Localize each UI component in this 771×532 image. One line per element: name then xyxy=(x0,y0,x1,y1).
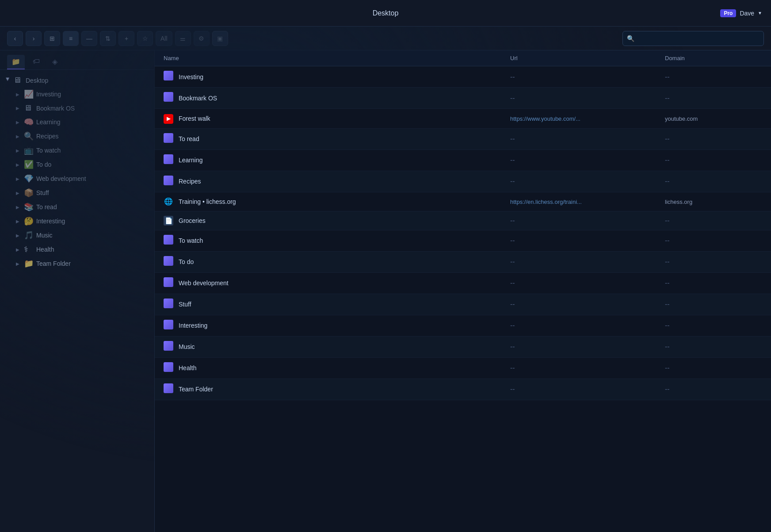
back-button[interactable]: ‹ xyxy=(7,31,23,46)
sidebar-item-stuff[interactable]: ▶ 📦 Stuff xyxy=(0,186,154,200)
forward-button[interactable]: › xyxy=(26,31,42,46)
user-chevron-icon[interactable]: ▼ xyxy=(758,11,762,15)
sidebar-label-web-development: Web development xyxy=(36,175,86,182)
settings-button[interactable]: ⚙ xyxy=(194,31,210,46)
dash: -- xyxy=(665,258,670,265)
dash: -- xyxy=(665,156,670,164)
row-folder-icon xyxy=(164,154,174,166)
sidebar-tab-filter[interactable]: ◈ xyxy=(48,55,62,69)
sidebar-label-investing: Investing xyxy=(36,91,61,98)
row-name-cell: Team Folder xyxy=(164,383,510,395)
sidebar-item-interesting[interactable]: ▶ 🤔 Interesting xyxy=(0,214,154,228)
row-domain-cell: -- xyxy=(665,217,762,225)
separator-button[interactable]: — xyxy=(81,31,97,46)
page-title: Desktop xyxy=(373,9,399,17)
table-row[interactable]: To watch -- -- xyxy=(155,230,771,252)
grid-view-button[interactable]: ⊞ xyxy=(44,31,60,46)
sidebar-item-recipes[interactable]: ▶ 🔍 Recipes xyxy=(0,129,154,143)
tree-expand-icon: ▶ xyxy=(6,78,11,83)
star-button[interactable]: ☆ xyxy=(137,31,153,46)
tree-arrow-icon: ▶ xyxy=(16,261,21,266)
column-url: Url xyxy=(510,55,665,61)
sidebar-item-to-read[interactable]: ▶ 📚 To read xyxy=(0,200,154,214)
sidebar-label-recipes: Recipes xyxy=(36,133,59,140)
sidebar-tab-folders[interactable]: 📁 xyxy=(7,55,25,69)
sidebar-item-team-folder[interactable]: ▶ 📁 Team Folder xyxy=(0,256,154,271)
table-row[interactable]: To do -- -- xyxy=(155,252,771,273)
filter-button[interactable]: ⚌ xyxy=(175,31,191,46)
sidebar-item-health[interactable]: ▶ ⚕ Health xyxy=(0,242,154,256)
sidebar-tab-tags[interactable]: 🏷 xyxy=(28,55,44,69)
row-name-cell: Investing xyxy=(164,71,510,83)
row-domain-cell: -- xyxy=(665,94,762,102)
row-name-cell: 🌐 Training • lichess.org xyxy=(164,197,510,207)
sidebar-label-music: Music xyxy=(36,232,53,239)
sidebar-label-learning: Learning xyxy=(36,119,61,126)
row-folder-icon: ▶ xyxy=(164,113,174,124)
row-name-label: Recipes xyxy=(179,178,201,185)
table-row[interactable]: Health -- -- xyxy=(155,358,771,379)
dash: -- xyxy=(510,217,515,224)
row-domain-cell: -- xyxy=(665,343,762,351)
row-domain-cell: -- xyxy=(665,300,762,308)
row-domain-cell: -- xyxy=(665,385,762,393)
sidebar-item-music[interactable]: ▶ 🎵 Music xyxy=(0,228,154,242)
table-row[interactable]: Stuff -- -- xyxy=(155,294,771,315)
sidebar-item-learning[interactable]: ▶ 🧠 Learning xyxy=(0,115,154,129)
sidebar-tree: ▶ 🖥 Desktop ▶ 📈 Investing ▶ 🖥 Bookmark O… xyxy=(0,70,154,532)
row-domain-cell: -- xyxy=(665,237,762,245)
table-row[interactable]: Interesting -- -- xyxy=(155,315,771,337)
row-folder-icon xyxy=(164,92,174,104)
table-row[interactable]: Learning -- -- xyxy=(155,150,771,171)
row-name-label: Health xyxy=(179,364,196,371)
table-row[interactable]: Music -- -- xyxy=(155,337,771,358)
view-toggle-button[interactable]: ▣ xyxy=(212,31,228,46)
dash: -- xyxy=(510,94,515,102)
table-row[interactable]: Recipes -- -- xyxy=(155,171,771,192)
row-domain-cell: youtube.com xyxy=(665,115,762,122)
table-row[interactable]: Bookmark OS -- -- xyxy=(155,88,771,109)
sidebar: 📁 🏷 ◈ ▶ 🖥 Desktop ▶ 📈 Investing ▶ 🖥 Book… xyxy=(0,50,155,532)
tree-arrow-icon: ▶ xyxy=(16,162,21,167)
row-folder-icon xyxy=(164,176,174,188)
sidebar-item-to-watch[interactable]: ▶ 📺 To watch xyxy=(0,143,154,157)
all-button[interactable]: All xyxy=(156,31,172,46)
dash: -- xyxy=(665,321,670,329)
row-name-cell: ▶ Forest walk xyxy=(164,113,510,124)
dash: -- xyxy=(665,385,670,393)
dash: -- xyxy=(665,237,670,244)
table-row[interactable]: ▶ Forest walk https://www.youtube.com/..… xyxy=(155,109,771,129)
dash: -- xyxy=(510,73,515,80)
row-name-label: Learning xyxy=(179,157,203,164)
sidebar-item-web-development[interactable]: ▶ 💎 Web development xyxy=(0,172,154,186)
list-view-button[interactable]: ≡ xyxy=(63,31,79,46)
row-domain-cell: lichess.org xyxy=(665,198,762,206)
dash: -- xyxy=(510,364,515,371)
sidebar-tabs: 📁 🏷 ◈ xyxy=(0,50,154,70)
sidebar-item-to-do[interactable]: ▶ ✅ To do xyxy=(0,157,154,172)
row-domain-cell: -- xyxy=(665,177,762,185)
row-url-cell: https://www.youtube.com/... xyxy=(510,115,665,122)
user-name[interactable]: Dave xyxy=(740,10,754,17)
dash: -- xyxy=(665,135,670,142)
sidebar-item-investing[interactable]: ▶ 📈 Investing xyxy=(0,87,154,101)
table-row[interactable]: 🌐 Training • lichess.org https://en.lich… xyxy=(155,192,771,211)
table-row[interactable]: Web development -- -- xyxy=(155,273,771,294)
row-folder-icon xyxy=(164,341,174,353)
tree-arrow-icon: ▶ xyxy=(16,191,21,195)
table-row[interactable]: Team Folder -- -- xyxy=(155,379,771,400)
sidebar-item-desktop[interactable]: ▶ 🖥 Desktop xyxy=(0,73,154,87)
search-input[interactable] xyxy=(622,31,764,46)
row-folder-icon xyxy=(164,71,174,83)
add-button[interactable]: + xyxy=(118,31,134,46)
table-row[interactable]: Investing -- -- xyxy=(155,66,771,88)
sidebar-item-bookmark-os[interactable]: ▶ 🖥 Bookmark OS xyxy=(0,101,154,115)
sort-button[interactable]: ⇅ xyxy=(100,31,116,46)
table-row[interactable]: 📄 Groceries -- -- xyxy=(155,211,771,230)
table-row[interactable]: To read -- -- xyxy=(155,129,771,150)
sidebar-label-health: Health xyxy=(36,246,54,253)
table-header: Name Url Domain xyxy=(155,50,771,66)
row-url-cell: -- xyxy=(510,364,665,372)
sidebar-label-to-read: To read xyxy=(36,203,57,211)
toolbar: ‹ › ⊞ ≡ — ⇅ + ☆ All ⚌ ⚙ ▣ 🔍 xyxy=(0,27,771,50)
